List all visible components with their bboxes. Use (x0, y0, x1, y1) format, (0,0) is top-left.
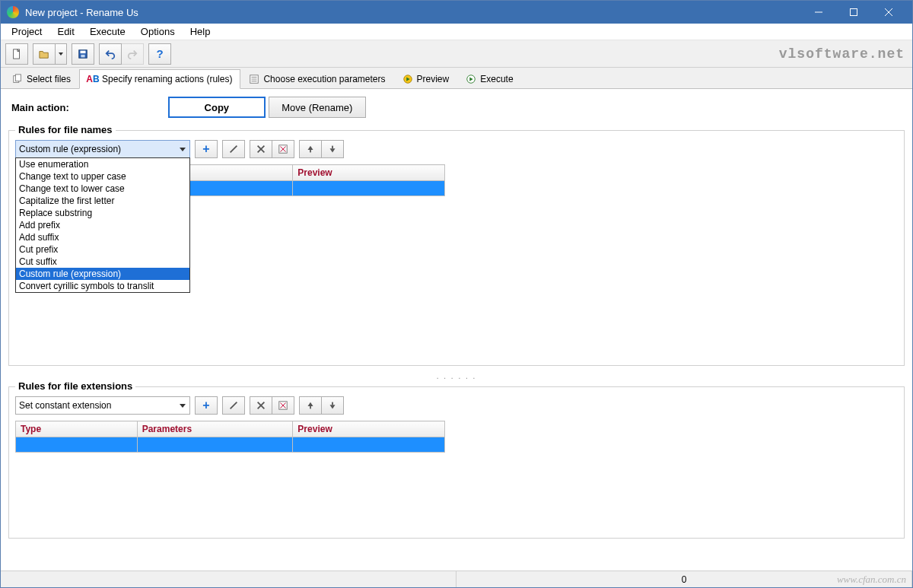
svg-rect-7 (81, 54, 84, 57)
col-preview: Preview (293, 165, 445, 181)
open-dropdown-button[interactable] (55, 43, 67, 65)
svg-rect-1 (851, 9, 857, 16)
chevron-down-icon (179, 402, 186, 409)
menu-help[interactable]: Help (183, 24, 218, 39)
col-preview: Preview (293, 421, 445, 437)
dropdown-option[interactable]: Use enumeration (16, 158, 189, 170)
move-up-button[interactable] (299, 396, 322, 415)
table-row[interactable] (16, 437, 445, 453)
clear-rules-button[interactable] (272, 140, 294, 158)
toolbar: ? vlsoftware.net (1, 40, 912, 68)
dropdown-option[interactable]: Add suffix (16, 231, 189, 243)
tab-label: Preview (417, 74, 450, 84)
tab-execute[interactable]: Execute (457, 68, 521, 88)
dropdown-option[interactable]: Custom rule (expression) (16, 268, 189, 280)
col-parameters: Parameters (137, 421, 293, 437)
chevron-down-icon (179, 145, 186, 153)
add-rule-button[interactable]: + (195, 396, 218, 415)
col-type: Type (16, 421, 138, 437)
move-down-button[interactable] (321, 140, 344, 158)
maximize-button[interactable] (836, 1, 871, 24)
tab-label: Select files (27, 74, 71, 84)
edit-rule-button[interactable] (222, 140, 245, 158)
branding-text: vlsoftware.net (779, 46, 905, 62)
close-button[interactable] (871, 1, 906, 24)
main-action-row: Main action: Copy Move (Rename) (1, 89, 912, 126)
new-button[interactable] (5, 43, 28, 65)
group-title: Rules for file names (15, 124, 116, 135)
svg-rect-6 (81, 50, 86, 53)
execute-icon (466, 74, 476, 84)
dropdown-option[interactable]: Change text to upper case (16, 170, 189, 183)
dropdown-selected: Custom rule (expression) (19, 144, 121, 154)
group-title: Rules for file extensions (15, 380, 135, 392)
minimize-button[interactable] (801, 1, 836, 24)
menu-execute[interactable]: Execute (82, 24, 133, 39)
splitter[interactable]: . . . . . . (1, 370, 912, 382)
svg-rect-28 (310, 406, 311, 409)
app-icon (7, 6, 19, 18)
svg-rect-22 (332, 146, 333, 149)
ext-rule-type-dropdown[interactable]: Set constant extension (15, 396, 190, 415)
tab-select-files[interactable]: Select files (4, 68, 79, 88)
clear-rules-button[interactable] (272, 396, 294, 415)
move-up-button[interactable] (299, 140, 322, 158)
dropdown-option[interactable]: Add prefix (16, 219, 189, 231)
dropdown-selected: Set constant extension (19, 400, 111, 411)
move-down-button[interactable] (321, 396, 344, 415)
redo-button (121, 43, 144, 65)
group-file-extensions: Rules for file extensions Set constant e… (8, 386, 905, 539)
tab-execution-params[interactable]: Choose execution parameters (240, 68, 393, 88)
window-title: New project - Rename Us (25, 7, 801, 18)
tab-label: Execute (480, 74, 513, 84)
menu-project[interactable]: Project (4, 24, 49, 39)
add-rule-button[interactable]: + (195, 140, 218, 158)
move-button[interactable]: Move (Rename) (269, 97, 366, 118)
table-header-row: Type Parameters Preview (16, 421, 445, 437)
group-file-names: Rules for file names Custom rule (expres… (8, 130, 905, 366)
params-icon (249, 74, 259, 84)
save-button[interactable] (72, 43, 94, 65)
menu-options[interactable]: Options (133, 24, 183, 39)
svg-rect-29 (332, 402, 333, 405)
tab-specify-actions[interactable]: AB Specify renaming actions (rules) (79, 69, 240, 89)
delete-rule-button[interactable] (250, 140, 272, 158)
rules-table-ext: Type Parameters Preview (15, 421, 445, 453)
copy-button[interactable]: Copy (168, 97, 266, 118)
dropdown-option[interactable]: Replace substring (16, 207, 189, 219)
undo-button[interactable] (99, 43, 122, 65)
edit-rule-button[interactable] (222, 396, 245, 415)
dropdown-option[interactable]: Cut suffix (16, 256, 189, 268)
tab-label: Choose execution parameters (263, 74, 385, 84)
delete-rule-button[interactable] (250, 396, 272, 415)
dropdown-option[interactable]: Change text to lower case (16, 183, 189, 195)
dropdown-option[interactable]: Convert cyrillic symbols to translit (16, 280, 189, 292)
tab-label: Specify renaming actions (rules) (102, 74, 232, 84)
rename-icon: AB (87, 74, 98, 84)
preview-icon (402, 74, 413, 84)
open-button[interactable] (33, 43, 56, 65)
titlebar: New project - Rename Us (1, 1, 912, 24)
svg-rect-9 (15, 74, 21, 81)
watermark: www.cfan.com.cn (837, 574, 906, 586)
menu-edit[interactable]: Edit (49, 24, 81, 39)
files-icon (12, 74, 23, 84)
status-segment (1, 571, 456, 587)
svg-rect-21 (310, 150, 311, 153)
dropdown-list[interactable]: Use enumeration Change text to upper cas… (15, 157, 190, 293)
main-action-label: Main action: (11, 102, 69, 113)
dropdown-option[interactable]: Capitalize the first letter (16, 195, 189, 207)
tab-preview[interactable]: Preview (394, 68, 458, 88)
menubar: Project Edit Execute Options Help (1, 24, 912, 40)
rule-type-dropdown[interactable]: Custom rule (expression) Use enumeration… (15, 140, 190, 158)
help-button[interactable]: ? (148, 43, 171, 65)
tab-bar: Select files AB Specify renaming actions… (1, 68, 912, 89)
status-bar: 0 (1, 571, 912, 587)
dropdown-option[interactable]: Cut prefix (16, 243, 189, 256)
